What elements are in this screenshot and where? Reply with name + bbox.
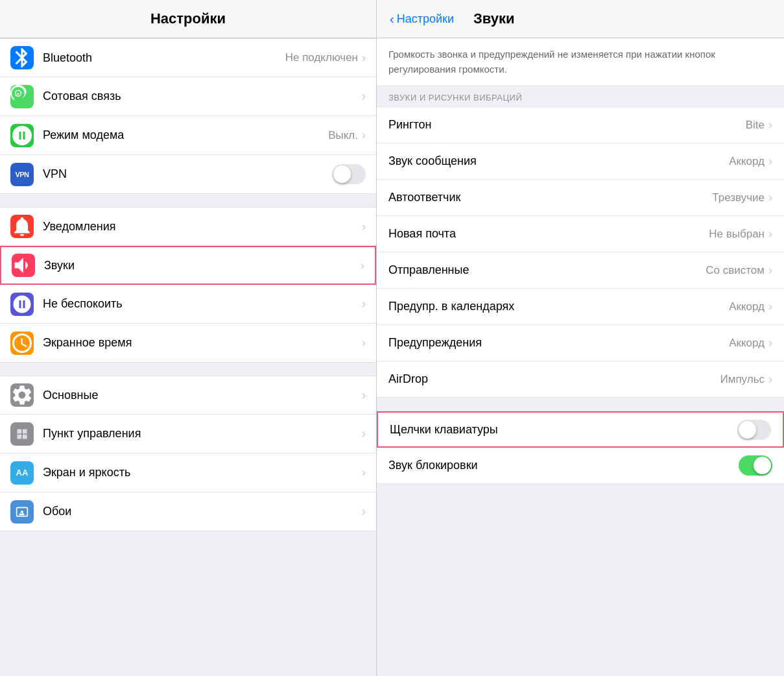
lock-label: Звук блокировки	[388, 459, 739, 472]
lock-toggle[interactable]	[739, 455, 772, 476]
back-label: Настройки	[397, 12, 454, 26]
right-item-message[interactable]: Звук сообщения Аккорд ›	[377, 143, 784, 180]
cellular-chevron: ›	[362, 90, 366, 103]
right-item-ringtone[interactable]: Рингтон Bite ›	[377, 107, 784, 143]
controlcenter-chevron: ›	[362, 427, 366, 441]
vpn-label: VPN	[43, 167, 332, 181]
right-item-reminders[interactable]: Предупреждения Аккорд ›	[377, 325, 784, 361]
airdrop-chevron: ›	[768, 372, 772, 386]
right-item-answering[interactable]: Автоответчик Трезвучие ›	[377, 180, 784, 216]
right-item-keyboard[interactable]: Щелчки клавиатуры	[377, 411, 784, 448]
screentime-chevron: ›	[362, 336, 366, 350]
left-header: Настройки	[0, 0, 376, 38]
hotspot-label: Режим модема	[43, 128, 328, 142]
settings-list: Bluetooth Не подключен › Сотовая связь ›…	[0, 38, 376, 676]
left-panel: Настройки Bluetooth Не подключен › Сотов…	[0, 0, 376, 676]
wallpaper-icon	[10, 500, 34, 524]
bluetooth-chevron: ›	[362, 51, 366, 65]
bluetooth-label: Bluetooth	[43, 51, 285, 65]
reminders-label: Предупреждения	[388, 336, 729, 350]
right-item-calendar[interactable]: Предупр. в календарях Аккорд ›	[377, 289, 784, 325]
settings-item-general[interactable]: Основные ›	[0, 376, 376, 415]
controlcenter-icon	[10, 422, 34, 446]
back-button[interactable]: ‹ Настройки	[390, 12, 454, 27]
calendar-value: Аккорд	[729, 300, 765, 313]
answering-value: Трезвучие	[712, 191, 765, 204]
answering-label: Автоответчик	[388, 191, 712, 204]
general-chevron: ›	[362, 389, 366, 402]
notifications-label: Уведомления	[43, 220, 362, 234]
newmail-label: Новая почта	[388, 227, 709, 241]
calendar-label: Предупр. в календарях	[388, 300, 729, 313]
bluetooth-value: Не подключен	[285, 51, 358, 64]
right-spacer-2	[377, 484, 784, 497]
info-text: Громкость звонка и предупреждений не изм…	[377, 38, 784, 86]
wallpaper-label: Обои	[43, 505, 362, 518]
cellular-label: Сотовая связь	[43, 90, 362, 103]
right-item-sent[interactable]: Отправленные Со свистом ›	[377, 252, 784, 289]
sent-chevron: ›	[768, 263, 772, 277]
right-item-newmail[interactable]: Новая почта Не выбран ›	[377, 216, 784, 252]
bluetooth-icon	[10, 46, 34, 69]
keyboard-toggle[interactable]	[737, 420, 771, 440]
settings-group-2: Уведомления › Звуки › Не беспокоить ›	[0, 207, 376, 363]
sent-value: Со свистом	[706, 264, 765, 277]
settings-item-notifications[interactable]: Уведомления ›	[0, 207, 376, 246]
back-chevron-icon: ‹	[390, 12, 394, 27]
sounds-icon	[12, 254, 35, 277]
right-item-lock[interactable]: Звук блокировки	[377, 448, 784, 484]
right-keyboard-group: Щелчки клавиатуры Звук блокировки	[377, 411, 784, 484]
settings-group-3: Основные › Пункт управления › AA Экран и…	[0, 376, 376, 531]
settings-item-cellular[interactable]: Сотовая связь ›	[0, 77, 376, 116]
reminders-value: Аккорд	[729, 337, 765, 350]
right-sounds-group: Рингтон Bite › Звук сообщения Аккорд › А…	[377, 106, 784, 398]
settings-item-donotdisturb[interactable]: Не беспокоить ›	[0, 285, 376, 324]
airdrop-label: AirDrop	[388, 372, 720, 386]
settings-item-sounds[interactable]: Звуки ›	[0, 246, 376, 285]
message-chevron: ›	[768, 154, 772, 168]
notifications-chevron: ›	[362, 220, 366, 234]
sounds-label: Звуки	[44, 259, 361, 272]
calendar-chevron: ›	[768, 300, 772, 313]
newmail-chevron: ›	[768, 227, 772, 241]
settings-item-display[interactable]: AA Экран и яркость ›	[0, 453, 376, 492]
settings-item-vpn[interactable]: VPN VPN	[0, 155, 376, 194]
message-value: Аккорд	[729, 155, 765, 168]
airdrop-value: Импульс	[720, 373, 765, 386]
display-icon: AA	[10, 461, 34, 485]
screentime-icon	[10, 332, 34, 355]
donotdisturb-label: Не беспокоить	[43, 297, 362, 311]
sent-label: Отправленные	[388, 263, 706, 277]
wallpaper-chevron: ›	[362, 505, 366, 518]
right-panel: ‹ Настройки Звуки Громкость звонка и пре…	[376, 0, 784, 676]
general-icon	[10, 383, 34, 407]
cellular-icon	[10, 85, 34, 108]
donotdisturb-icon	[10, 293, 34, 316]
right-spacer-1	[377, 398, 784, 411]
sounds-chevron: ›	[361, 259, 364, 272]
right-header: ‹ Настройки Звуки	[377, 0, 784, 38]
general-label: Основные	[43, 389, 362, 402]
ringtone-chevron: ›	[768, 118, 772, 132]
ringtone-value: Bite	[746, 119, 765, 132]
settings-item-controlcenter[interactable]: Пункт управления ›	[0, 415, 376, 453]
keyboard-label: Щелчки клавиатуры	[390, 423, 737, 437]
settings-group-1: Bluetooth Не подключен › Сотовая связь ›…	[0, 38, 376, 194]
screentime-label: Экранное время	[43, 336, 362, 350]
hotspot-value: Выкл.	[328, 129, 358, 142]
settings-item-wallpaper[interactable]: Обои ›	[0, 492, 376, 531]
settings-item-hotspot[interactable]: Режим модема Выкл. ›	[0, 116, 376, 155]
reminders-chevron: ›	[768, 336, 772, 350]
ringtone-label: Рингтон	[388, 118, 746, 132]
hotspot-icon	[10, 124, 34, 147]
vpn-icon: VPN	[10, 163, 34, 186]
settings-item-bluetooth[interactable]: Bluetooth Не подключен ›	[0, 38, 376, 77]
right-item-airdrop[interactable]: AirDrop Импульс ›	[377, 361, 784, 398]
display-chevron: ›	[362, 466, 366, 479]
display-label: Экран и яркость	[43, 466, 362, 479]
settings-item-screentime[interactable]: Экранное время ›	[0, 324, 376, 363]
vpn-toggle[interactable]	[332, 164, 366, 184]
donotdisturb-chevron: ›	[362, 297, 366, 311]
right-title: Звуки	[473, 10, 515, 27]
hotspot-chevron: ›	[362, 128, 366, 142]
